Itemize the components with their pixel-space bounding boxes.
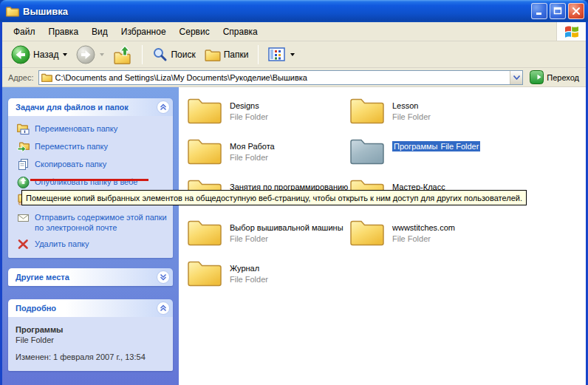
folder-icon (187, 259, 222, 287)
expand-button[interactable] (157, 270, 170, 284)
annotation-red-underline (30, 179, 148, 181)
task-rename-folder[interactable]: Переименовать папку (17, 123, 168, 135)
file-tile-wwwstitches[interactable]: wwwstitches.comFile Folder (349, 218, 512, 259)
toolbar-separator (258, 45, 259, 64)
menu-help[interactable]: Справка (216, 24, 264, 39)
window-title: Вышивка (23, 6, 531, 17)
forward-dropdown-icon (100, 53, 104, 56)
task-copy-folder[interactable]: Скопировать папку (17, 158, 168, 171)
menu-tools[interactable]: Сервис (173, 24, 216, 39)
file-tasks-header[interactable]: Задачи для файлов и папок (8, 98, 173, 116)
task-delete-folder[interactable]: Удалить папку (17, 238, 168, 251)
go-button[interactable]: Переход (527, 69, 581, 85)
folder-icon-selected (349, 137, 385, 165)
file-tile-lesson[interactable]: LessonFile Folder (349, 96, 512, 137)
file-tile-moya-rabota[interactable]: Моя РаботаFile Folder (187, 137, 349, 177)
back-icon (11, 45, 30, 64)
task-publish-folder-to-web[interactable]: Опубликовать папку в вебе (17, 176, 168, 188)
folder-icon (187, 137, 222, 165)
address-dropdown-button[interactable] (510, 71, 522, 84)
move-icon (17, 140, 30, 153)
menubar: Файл Правка Вид Избранное Сервис Справка (2, 22, 586, 41)
folder-icon (187, 96, 222, 124)
details-header[interactable]: Подробно (8, 299, 173, 317)
folders-icon (205, 48, 221, 61)
rename-icon (17, 123, 30, 135)
back-dropdown-icon[interactable] (63, 53, 67, 56)
section-details: Подробно Программы File Folder Изменен: … (8, 299, 173, 371)
windows-logo-icon (556, 22, 586, 41)
delete-icon (17, 238, 30, 251)
views-icon (268, 47, 286, 62)
forward-icon (76, 45, 95, 64)
up-button[interactable] (110, 44, 135, 66)
folder-icon (187, 218, 222, 246)
tooltip: Помещение копий выбранных элементов на о… (21, 190, 527, 205)
maximize-icon (553, 6, 563, 16)
file-tile-vybor-mashiny[interactable]: Выбор вышивальной машиныFile Folder (187, 218, 349, 259)
folder-icon (349, 96, 385, 124)
folders-button[interactable]: Папки (202, 47, 252, 63)
email-icon (17, 211, 30, 224)
address-path[interactable]: C:\Documents and Settings\Liza\My Docume… (55, 73, 510, 82)
addressbar: Адрес: C:\Documents and Settings\Liza\My… (2, 68, 586, 87)
close-button[interactable] (568, 3, 584, 19)
collapse-button[interactable] (157, 301, 170, 315)
file-list-view[interactable]: DesignsFile Folder LessonFile Folder Моя… (179, 87, 586, 385)
folder-up-icon (113, 45, 132, 64)
titlebar[interactable]: Вышивка (0, 0, 588, 22)
details-modified-date: Изменен: 1 февраля 2007 г., 13:54 (16, 352, 167, 362)
toolbar: Назад (2, 41, 586, 68)
chevron-double-up-icon (160, 103, 167, 111)
chevron-double-up-icon (160, 304, 167, 312)
toolbar-separator (142, 45, 143, 64)
forward-button[interactable] (73, 44, 107, 66)
address-label: Адрес: (8, 73, 34, 82)
details-selected-name: Программы (16, 324, 167, 335)
close-icon (571, 6, 581, 16)
address-combo[interactable]: C:\Documents and Settings\Liza\My Docume… (38, 70, 524, 85)
task-move-folder[interactable]: Переместить папку (17, 140, 168, 153)
section-other-places: Другие места (8, 268, 173, 286)
task-pane: Задачи для файлов и папок Пер (2, 87, 179, 385)
file-tile-programmy-selected[interactable]: ПрограммыFile Folder (349, 137, 512, 177)
go-icon (530, 70, 544, 84)
minimize-button[interactable] (531, 3, 547, 19)
search-button[interactable]: Поиск (149, 45, 198, 64)
folder-icon (349, 218, 385, 246)
explorer-window: Вышивка Файл Правка Вид Избранное Сервис… (0, 0, 588, 385)
file-tile-designs[interactable]: DesignsFile Folder (187, 96, 349, 137)
menu-view[interactable]: Вид (85, 24, 114, 39)
details-selected-type: File Folder (16, 335, 167, 345)
menu-edit[interactable]: Правка (42, 24, 86, 39)
task-email-folder-contents[interactable]: Отправить содержимое этой папки по элект… (17, 211, 168, 233)
menu-file[interactable]: Файл (7, 24, 42, 39)
chevron-down-icon (513, 75, 520, 80)
menu-favorites[interactable]: Избранное (114, 24, 173, 39)
chevron-double-down-icon (160, 273, 167, 281)
back-button[interactable]: Назад (8, 44, 70, 66)
search-icon (152, 47, 168, 62)
file-tile-zhurnal[interactable]: ЖурналFile Folder (187, 259, 349, 299)
publish-icon (17, 176, 30, 188)
views-dropdown-icon[interactable] (290, 53, 295, 56)
maximize-button[interactable] (550, 3, 566, 19)
minimize-icon (534, 6, 544, 16)
folder-icon (41, 73, 52, 82)
collapse-button[interactable] (157, 100, 170, 114)
copy-icon (17, 158, 30, 171)
folder-icon (6, 6, 19, 17)
section-file-tasks: Задачи для файлов и папок Пер (8, 98, 173, 258)
other-places-header[interactable]: Другие места (8, 268, 173, 286)
views-button[interactable] (265, 46, 298, 64)
